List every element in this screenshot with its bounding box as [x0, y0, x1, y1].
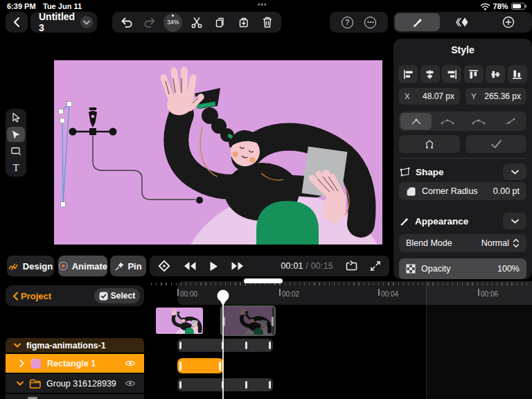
- appearance-collapse-button[interactable]: [503, 213, 526, 229]
- timeline-clip-selected[interactable]: [220, 305, 276, 336]
- select-button[interactable]: Select: [94, 288, 140, 303]
- align-top-button[interactable]: [464, 65, 484, 83]
- opacity-row[interactable]: Opacity 100%: [399, 258, 526, 279]
- tab-animate-selected[interactable]: Animate: [58, 256, 107, 276]
- y-position-field[interactable]: Y 265.36 px: [466, 88, 526, 105]
- layer-row-group-parent[interactable]: figma-animations-1: [6, 338, 144, 353]
- keyframe-marker[interactable]: [179, 342, 181, 349]
- keyframe-track-rectangle[interactable]: [177, 358, 224, 373]
- anchor-disconnected-button[interactable]: [494, 113, 525, 130]
- y-value: 265.36 px: [484, 91, 521, 101]
- add-keyframe-button[interactable]: [158, 260, 170, 272]
- text-tool[interactable]: T: [7, 160, 25, 175]
- brush-icon: [411, 16, 424, 28]
- x-position-field[interactable]: X 48.07 px: [399, 88, 460, 105]
- layer-row-group[interactable]: Group 316128939: [6, 374, 144, 393]
- layer-row-rectangle-selected[interactable]: Rectangle 1: [6, 354, 144, 373]
- keyframe-track-group[interactable]: [177, 378, 273, 391]
- keyframe-marker[interactable]: [179, 381, 181, 389]
- text-tool-glyph: T: [12, 162, 19, 174]
- layer-row-partial: [6, 394, 144, 399]
- keyframe-marker[interactable]: [179, 362, 181, 371]
- expand-icon: [370, 260, 381, 272]
- blend-mode-value: Normal: [481, 238, 509, 248]
- delete-button[interactable]: [258, 12, 277, 32]
- close-path-button[interactable]: [399, 135, 460, 153]
- zoom-level-button[interactable]: 34%: [163, 13, 182, 32]
- keyframe-marker[interactable]: [219, 362, 221, 371]
- shape-collapse-button[interactable]: [503, 163, 526, 180]
- tab-effects[interactable]: [441, 13, 486, 31]
- confirm-path-button[interactable]: [466, 135, 526, 153]
- blend-mode-row[interactable]: Blend Mode Normal: [399, 234, 526, 252]
- keyframe-marker[interactable]: [269, 381, 271, 389]
- corner-radius-row[interactable]: Corner Radius 0.00 pt: [399, 182, 526, 200]
- app-window: 6:39 PM Tue Jun 11 ••• 78% Untitled 3: [0, 0, 532, 399]
- project-back-button[interactable]: Project: [12, 291, 51, 301]
- timecode-current: 00:01: [281, 261, 303, 271]
- undo-button[interactable]: [116, 12, 136, 32]
- align-center-h-button[interactable]: [420, 65, 440, 83]
- help-icon[interactable]: ?: [342, 17, 353, 28]
- tab-design[interactable]: Design: [7, 256, 54, 276]
- align-center-v-button[interactable]: [486, 65, 505, 83]
- copy-button[interactable]: [211, 12, 230, 32]
- style-panel: Style X 48.07 px Y 265.36 px: [393, 39, 532, 279]
- chevron-down-icon: [17, 381, 24, 386]
- playhead-line[interactable]: [222, 291, 224, 399]
- chevron-down-icon: [14, 343, 21, 348]
- play-button[interactable]: [209, 261, 218, 272]
- cut-button[interactable]: [187, 12, 206, 32]
- play-icon: [209, 261, 218, 272]
- anchor-corner-button[interactable]: [400, 113, 432, 130]
- ruler-tick: [478, 289, 479, 296]
- canvas-artboard[interactable]: [54, 60, 382, 245]
- status-right-group: 78%: [480, 2, 526, 10]
- fullscreen-button[interactable]: [370, 260, 381, 272]
- timeline-thumbnail-1[interactable]: [156, 308, 203, 334]
- select-tool[interactable]: [7, 110, 25, 125]
- panel-switcher: [393, 12, 532, 33]
- back-button[interactable]: [6, 12, 28, 33]
- keyframe-marker[interactable]: [269, 342, 271, 349]
- fast-forward-button[interactable]: [231, 261, 245, 271]
- anchor-asymmetric-button[interactable]: [463, 113, 494, 130]
- eye-visible-icon[interactable]: [125, 380, 136, 387]
- align-bottom-button[interactable]: [508, 65, 527, 83]
- more-options-icon[interactable]: [364, 17, 376, 28]
- status-more-icon[interactable]: •••: [258, 1, 267, 8]
- animate-dot-icon: [58, 260, 69, 272]
- paste-button[interactable]: [234, 12, 254, 32]
- keyframe-marker[interactable]: [245, 381, 247, 389]
- anchor-mirrored-button[interactable]: [432, 113, 463, 130]
- design-label: Design: [23, 261, 53, 272]
- tab-pin[interactable]: Pin: [110, 256, 146, 276]
- document-title-button[interactable]: Untitled 3: [30, 12, 97, 33]
- node-tool-selected[interactable]: [7, 127, 25, 142]
- rectangle-tool[interactable]: [7, 143, 25, 159]
- tab-add[interactable]: [486, 13, 531, 31]
- timeline-resize-handle[interactable]: [244, 278, 283, 283]
- eye-visible-icon[interactable]: [125, 360, 136, 367]
- keyframe-marker[interactable]: [245, 342, 247, 349]
- zoom-dot: [172, 15, 174, 17]
- x-label: X: [405, 92, 410, 100]
- tab-style-brush[interactable]: [395, 13, 440, 31]
- chevron-down-icon[interactable]: [80, 16, 93, 28]
- playhead-handle[interactable]: [216, 289, 230, 307]
- loop-icon: [346, 260, 357, 272]
- timecode-separator: /: [303, 261, 311, 271]
- redo-button[interactable]: [140, 12, 159, 32]
- loop-button[interactable]: [346, 260, 357, 272]
- shape-section-header: Shape: [399, 163, 526, 181]
- layer-name: figma-animations-1: [26, 341, 106, 351]
- align-right-button[interactable]: [442, 65, 461, 83]
- keyframe-track-group-parent[interactable]: [177, 339, 273, 352]
- timecode-total: 00:15: [311, 261, 333, 271]
- chevron-left-icon: [12, 17, 21, 28]
- trim-handle-right[interactable]: [272, 317, 274, 326]
- rewind-button[interactable]: [183, 261, 197, 271]
- align-left-button[interactable]: [398, 65, 418, 83]
- chevron-down-icon: [511, 170, 519, 175]
- ruler-tick: [378, 289, 380, 296]
